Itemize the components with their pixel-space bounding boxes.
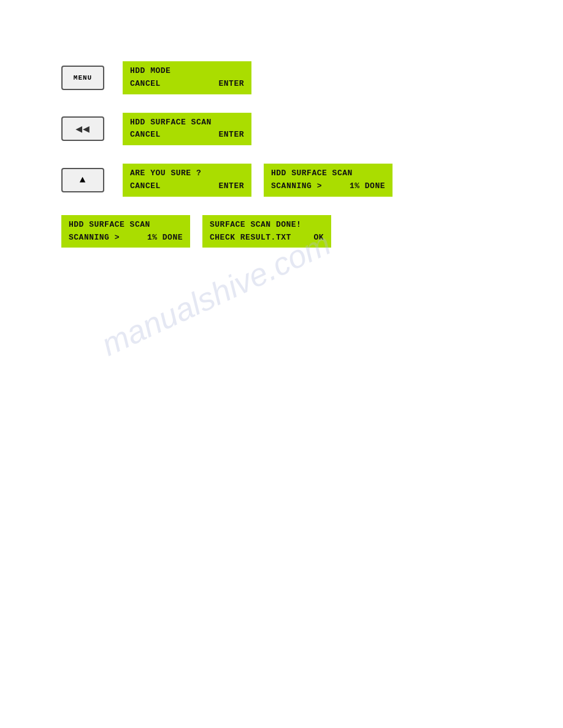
display-line2: CANCEL ENTER: [130, 129, 244, 142]
scanning-done-display-left: HDD SURFACE SCAN SCANNING > 1% DONE: [61, 215, 190, 248]
are-you-sure-display: ARE YOU SURE ? CANCEL ENTER: [123, 164, 251, 197]
display-line2: SCANNING > 1% DONE: [69, 232, 183, 245]
row-2: ◀◀ HDD SURFACE SCAN CANCEL ENTER: [61, 113, 393, 146]
eject-button[interactable]: ▲: [61, 168, 104, 192]
display-line1: HDD SURFACE SCAN: [130, 116, 244, 129]
display-line1: HDD SURFACE SCAN: [69, 219, 183, 232]
display-line1: SURFACE SCAN DONE!: [210, 219, 324, 232]
display-line1: HDD MODE: [130, 65, 244, 78]
display-line2: CANCEL ENTER: [130, 78, 244, 91]
surface-scan-done-display: SURFACE SCAN DONE! CHECK RESULT.TXT OK: [202, 215, 331, 248]
scanning-progress-display: HDD SURFACE SCAN SCANNING > 1% DONE: [264, 164, 393, 197]
hdd-mode-display: HDD MODE CANCEL ENTER: [123, 61, 251, 94]
row-1: MENU HDD MODE CANCEL ENTER: [61, 61, 393, 94]
rewind-icon: ◀◀: [75, 122, 90, 135]
display-line2: CANCEL ENTER: [130, 180, 244, 193]
display-line1: HDD SURFACE SCAN: [271, 167, 385, 180]
menu-button[interactable]: MENU: [61, 66, 104, 90]
rewind-button[interactable]: ◀◀: [61, 116, 104, 141]
row3-displays: ARE YOU SURE ? CANCEL ENTER HDD SURFACE …: [123, 164, 393, 197]
eject-icon: ▲: [80, 175, 86, 186]
menu-button-label: MENU: [74, 74, 92, 82]
display-line2: SCANNING > 1% DONE: [271, 180, 385, 193]
row-3: ▲ ARE YOU SURE ? CANCEL ENTER HDD SURFAC…: [61, 164, 393, 197]
row-4: HDD SURFACE SCAN SCANNING > 1% DONE SURF…: [61, 215, 393, 248]
hdd-surface-scan-display: HDD SURFACE SCAN CANCEL ENTER: [123, 113, 251, 146]
display-line1: ARE YOU SURE ?: [130, 167, 244, 180]
display-line2: CHECK RESULT.TXT OK: [210, 232, 324, 245]
